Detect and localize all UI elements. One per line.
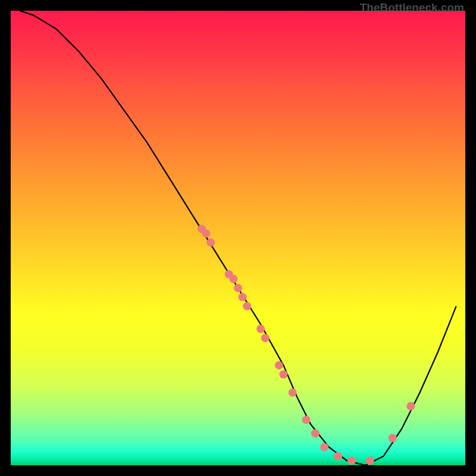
scatter-point bbox=[334, 452, 342, 461]
watermark-text: TheBottleneck.com bbox=[360, 1, 464, 14]
scatter-point bbox=[239, 293, 247, 301]
scatter-point bbox=[261, 334, 270, 342]
bottleneck-curve-path bbox=[20, 11, 456, 465]
scatter-point bbox=[347, 456, 356, 465]
scatter-point bbox=[229, 275, 237, 283]
scatter-point bbox=[389, 434, 397, 442]
scatter-point bbox=[206, 239, 215, 247]
scatter-points-group bbox=[198, 225, 415, 465]
scatter-point bbox=[243, 302, 251, 311]
scatter-point bbox=[202, 229, 211, 237]
plot-area bbox=[11, 11, 465, 465]
scatter-point bbox=[279, 370, 287, 378]
scatter-point bbox=[289, 389, 297, 397]
scatter-point bbox=[234, 284, 242, 292]
scatter-point bbox=[406, 402, 415, 411]
scatter-point bbox=[311, 430, 320, 438]
scatter-point bbox=[275, 361, 283, 369]
scatter-point bbox=[320, 443, 328, 451]
scatter-point bbox=[302, 416, 311, 424]
chart-svg bbox=[11, 11, 465, 465]
scatter-point bbox=[366, 456, 374, 465]
scatter-point bbox=[256, 325, 265, 333]
